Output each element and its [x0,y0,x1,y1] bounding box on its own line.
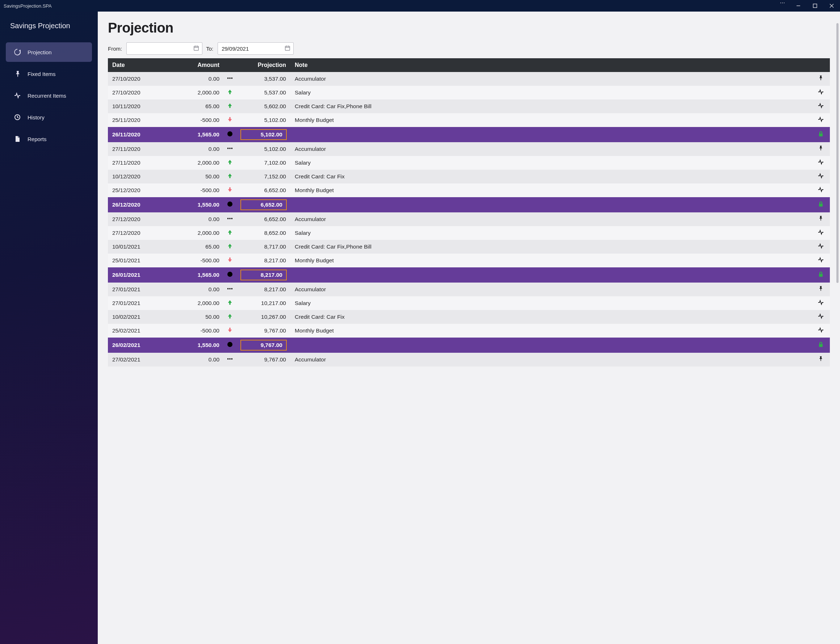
from-date-input[interactable] [126,42,203,55]
sidebar-item-recurrent-items[interactable]: Recurrent Items [6,86,92,105]
col-projection[interactable]: Projection [236,58,290,72]
pin-icon[interactable] [812,353,830,366]
lock-icon[interactable] [812,127,830,142]
page-title: Projection [108,20,830,36]
cell-projection: 7,102.00 [236,156,290,170]
cell-date: 25/12/2020 [108,184,177,197]
cell-date: 10/11/2020 [108,100,177,113]
table-row[interactable]: 27/11/2020 2,000.00 7,102.00 Salary [108,156,830,170]
table-row[interactable]: 27/01/2021 2,000.00 10,217.00 Salary [108,296,830,310]
table-row[interactable]: 10/12/2020 50.00 7,152.00 Credit Card: C… [108,170,830,184]
pulse-icon[interactable] [812,226,830,240]
pulse-icon[interactable] [812,296,830,310]
table-row[interactable]: 26/12/2020 1,550.00 6,652.00 [108,197,830,212]
arrow-up-icon [224,86,236,100]
table-row[interactable]: 10/01/2021 65.00 8,717.00 Credit Card: C… [108,240,830,254]
arrow-up-icon [224,310,236,324]
table-row[interactable]: 27/12/2020 2,000.00 8,652.00 Salary [108,226,830,240]
cell-projection: 10,267.00 [236,310,290,324]
dots-icon [224,353,236,366]
window-maximize-button[interactable] [807,0,824,12]
arrow-down-icon [224,113,236,127]
table-row[interactable]: 26/02/2021 1,550.00 9,767.00 [108,338,830,353]
cell-amount: 1,565.00 [177,127,224,142]
clock-icon [14,114,21,120]
pulse-icon[interactable] [812,156,830,170]
pulse-icon[interactable] [812,184,830,197]
window-more-button[interactable]: ⋯ [776,0,790,12]
cell-amount: 1,550.00 [177,338,224,353]
pulse-icon[interactable] [812,310,830,324]
table-row[interactable]: 27/10/2020 2,000.00 5,537.00 Salary [108,86,830,100]
sidebar-item-label: Fixed Items [28,71,56,77]
col-date[interactable]: Date [108,58,177,72]
pulse-icon[interactable] [812,86,830,100]
pulse-icon[interactable] [812,100,830,113]
pin-icon[interactable] [812,283,830,296]
check-circle-icon [224,127,236,142]
to-date-input[interactable]: 29/09/2021 [217,42,294,55]
document-icon [14,136,21,142]
table-row[interactable]: 27/12/2020 0.00 6,652.00 Accumulator [108,212,830,226]
pin-icon[interactable] [812,212,830,226]
cell-amount: 50.00 [177,310,224,324]
cell-note: Credit Card: Car Fix [290,310,812,324]
table-row[interactable]: 25/02/2021 -500.00 9,767.00 Monthly Budg… [108,324,830,338]
sidebar-item-history[interactable]: History [6,107,92,127]
cell-note: Monthly Budget [290,254,812,267]
pulse-icon[interactable] [812,113,830,127]
calendar-icon [285,45,290,52]
col-amount[interactable]: Amount [177,58,224,72]
table-row[interactable]: 27/02/2021 0.00 9,767.00 Accumulator [108,353,830,366]
pin-icon[interactable] [812,72,830,86]
sidebar-item-label: Recurrent Items [28,93,66,99]
lock-icon[interactable] [812,267,830,283]
window-close-button[interactable] [824,0,840,12]
pin-icon[interactable] [812,142,830,156]
cell-amount: 0.00 [177,283,224,296]
pulse-icon[interactable] [812,324,830,338]
projection-value: 5,102.00 [240,129,287,140]
lock-icon[interactable] [812,338,830,353]
pulse-icon[interactable] [812,170,830,184]
cell-amount: 2,000.00 [177,296,224,310]
projection-table: Date Amount Projection Note 27/10/2020 0… [108,58,830,366]
window-minimize-button[interactable] [790,0,807,12]
table-row[interactable]: 26/11/2020 1,565.00 5,102.00 [108,127,830,142]
pulse-icon[interactable] [812,240,830,254]
cell-note [290,197,812,212]
check-circle-icon [224,197,236,212]
cell-amount: 50.00 [177,170,224,184]
table-row[interactable]: 25/12/2020 -500.00 6,652.00 Monthly Budg… [108,184,830,197]
scrollbar-thumb[interactable] [837,23,838,283]
cell-projection: 8,717.00 [236,240,290,254]
table-row[interactable]: 10/02/2021 50.00 10,267.00 Credit Card: … [108,310,830,324]
table-row[interactable]: 27/01/2021 0.00 8,217.00 Accumulator [108,283,830,296]
sidebar-item-projection[interactable]: Projection [6,42,92,62]
sidebar-item-reports[interactable]: Reports [6,129,92,149]
projection-value: 8,217.00 [240,269,287,280]
cell-amount: 2,000.00 [177,156,224,170]
cell-date: 27/12/2020 [108,226,177,240]
cell-amount: 65.00 [177,100,224,113]
table-row[interactable]: 27/10/2020 0.00 3,537.00 Accumulator [108,72,830,86]
lock-icon[interactable] [812,197,830,212]
window-controls: ⋯ [776,0,840,12]
col-note[interactable]: Note [290,58,812,72]
table-row[interactable]: 10/11/2020 65.00 5,602.00 Credit Card: C… [108,100,830,113]
main-content: Projection From: To: 29/09/2021 [98,12,840,644]
cell-amount: -500.00 [177,254,224,267]
cell-projection: 5,102.00 [236,142,290,156]
check-circle-icon [224,267,236,283]
pulse-icon[interactable] [812,254,830,267]
cell-projection: 6,652.00 [236,184,290,197]
cell-note: Salary [290,226,812,240]
cell-amount: 0.00 [177,72,224,86]
table-row[interactable]: 25/11/2020 -500.00 5,102.00 Monthly Budg… [108,113,830,127]
table-row[interactable]: 27/11/2020 0.00 5,102.00 Accumulator [108,142,830,156]
table-row[interactable]: 26/01/2021 1,565.00 8,217.00 [108,267,830,283]
cell-projection: 6,652.00 [236,197,290,212]
sidebar-item-fixed-items[interactable]: Fixed Items [6,64,92,84]
vertical-scrollbar[interactable] [837,23,838,642]
table-row[interactable]: 25/01/2021 -500.00 8,217.00 Monthly Budg… [108,254,830,267]
